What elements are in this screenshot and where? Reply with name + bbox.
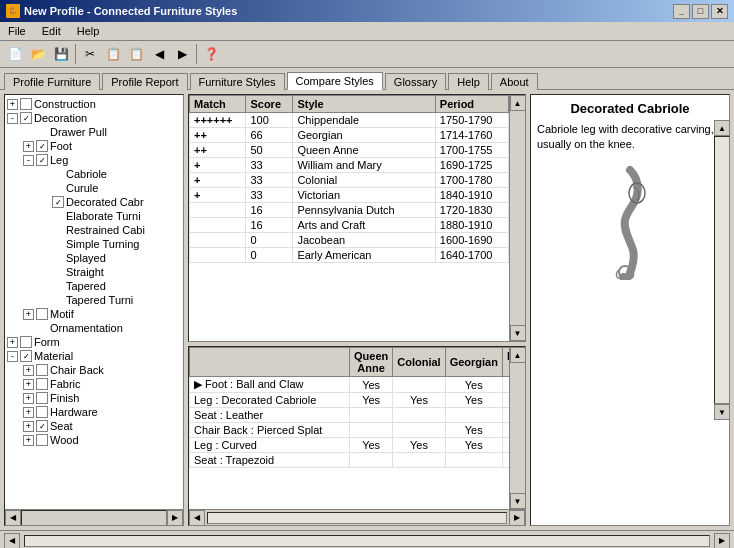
compare-scroll-up[interactable]: ▲ [510, 347, 526, 363]
tree-checkbox[interactable]: ✓ [36, 154, 48, 166]
tree-checkbox[interactable] [36, 364, 48, 376]
tree-item[interactable]: Restrained Cabi [7, 223, 181, 237]
tree-item[interactable]: +✓Foot [7, 139, 181, 153]
table-row[interactable]: 0 Early American 1640-1700 [190, 248, 509, 263]
tree-item[interactable]: Splayed [7, 251, 181, 265]
help-button[interactable]: ❓ [200, 43, 222, 65]
tree-item[interactable]: +Construction [7, 97, 181, 111]
status-scroll-right[interactable]: ▶ [714, 533, 730, 549]
tree-checkbox[interactable]: ✓ [36, 140, 48, 152]
tree-item[interactable]: Cabriole [7, 167, 181, 181]
scroll-right-arrow[interactable]: ▶ [167, 510, 183, 526]
table-row[interactable]: + 33 William and Mary 1690-1725 [190, 158, 509, 173]
tree-checkbox[interactable]: ✓ [36, 420, 48, 432]
expand-button[interactable]: + [23, 435, 34, 446]
expand-button[interactable]: + [23, 309, 34, 320]
minimize-button[interactable]: _ [673, 4, 690, 19]
expand-button[interactable]: + [7, 337, 18, 348]
tree-area[interactable]: +Construction-✓DecorationDrawer Pull+✓Fo… [5, 95, 183, 509]
tree-item[interactable]: +✓Seat [7, 419, 181, 433]
forward-button[interactable]: ▶ [171, 43, 193, 65]
tab-profile-furniture[interactable]: Profile Furniture [4, 73, 100, 90]
tree-checkbox[interactable] [36, 406, 48, 418]
table-row[interactable]: 16 Pennsylvania Dutch 1720-1830 [190, 203, 509, 218]
compare-hscroll-right[interactable]: ▶ [509, 510, 525, 526]
tab-help[interactable]: Help [448, 73, 489, 90]
menu-edit[interactable]: Edit [38, 24, 65, 38]
detail-scroll-down[interactable]: ▼ [714, 404, 730, 420]
tree-item[interactable]: Straight [7, 265, 181, 279]
scroll-track-h[interactable] [21, 510, 167, 526]
tree-item[interactable]: -✓Material [7, 349, 181, 363]
tree-item[interactable]: +Chair Back [7, 363, 181, 377]
menu-file[interactable]: File [4, 24, 30, 38]
detail-scroll-up[interactable]: ▲ [714, 120, 730, 136]
expand-button[interactable]: + [23, 407, 34, 418]
table-row[interactable]: + 33 Colonial 1700-1780 [190, 173, 509, 188]
tree-item[interactable]: Drawer Pull [7, 125, 181, 139]
results-scroll-down[interactable]: ▼ [510, 325, 526, 341]
tree-item[interactable]: Elaborate Turni [7, 209, 181, 223]
table-row[interactable]: 16 Arts and Craft 1880-1910 [190, 218, 509, 233]
compare-row[interactable]: Leg : Curved Yes Yes Yes Yes Yes [190, 438, 510, 453]
expand-button[interactable]: - [7, 351, 18, 362]
compare-row[interactable]: Chair Back : Pierced Splat Yes Yes [190, 423, 510, 438]
tree-checkbox[interactable] [36, 308, 48, 320]
cut-button[interactable]: ✂ [79, 43, 101, 65]
expand-button[interactable]: - [23, 155, 34, 166]
tab-compare-styles[interactable]: Compare Styles [287, 72, 383, 90]
tab-glossary[interactable]: Glossary [385, 73, 446, 90]
scroll-left-arrow[interactable]: ◀ [5, 510, 21, 526]
tree-checkbox[interactable]: ✓ [20, 350, 32, 362]
new-button[interactable]: 📄 [4, 43, 26, 65]
tree-item[interactable]: -✓Leg [7, 153, 181, 167]
compare-scroll-area[interactable]: QueenAnne Colonial Georgian Pennsylvania… [189, 347, 509, 509]
tree-item[interactable]: +Wood [7, 433, 181, 447]
compare-row[interactable]: Seat : Trapezoid Yes [190, 453, 510, 468]
tree-item[interactable]: +Fabric [7, 377, 181, 391]
tree-item[interactable]: Ornamentation [7, 321, 181, 335]
table-row[interactable]: ++ 50 Queen Anne 1700-1755 [190, 143, 509, 158]
expand-button[interactable]: + [23, 393, 34, 404]
tree-item[interactable]: +Finish [7, 391, 181, 405]
tree-checkbox[interactable] [36, 392, 48, 404]
open-button[interactable]: 📂 [27, 43, 49, 65]
expand-button[interactable]: + [7, 99, 18, 110]
tree-checkbox[interactable] [20, 98, 32, 110]
tree-checkbox[interactable] [36, 434, 48, 446]
table-row[interactable]: ++ 66 Georgian 1714-1760 [190, 128, 509, 143]
tab-furniture-styles[interactable]: Furniture Styles [190, 73, 285, 90]
table-row[interactable]: ++++++ 100 Chippendale 1750-1790 [190, 113, 509, 128]
compare-row[interactable]: ▶ Foot : Ball and Claw Yes Yes Yes [190, 377, 510, 393]
tree-checkbox[interactable]: ✓ [20, 112, 32, 124]
copy-button[interactable]: 📋 [102, 43, 124, 65]
compare-row[interactable]: Leg : Decorated Cabriole Yes Yes Yes [190, 393, 510, 408]
results-scroll-up[interactable]: ▲ [510, 95, 526, 111]
tree-item[interactable]: Tapered [7, 279, 181, 293]
table-row[interactable]: + 33 Victorian 1840-1910 [190, 188, 509, 203]
close-button[interactable]: ✕ [711, 4, 728, 19]
results-scroll-area[interactable]: Match Score Style Period ++++++ 100 Chip… [189, 95, 509, 341]
tab-about[interactable]: About [491, 73, 538, 90]
tree-item[interactable]: +Hardware [7, 405, 181, 419]
tree-checkbox[interactable] [20, 336, 32, 348]
tree-item[interactable]: Tapered Turni [7, 293, 181, 307]
back-button[interactable]: ◀ [148, 43, 170, 65]
tab-profile-report[interactable]: Profile Report [102, 73, 187, 90]
tree-checkbox[interactable]: ✓ [52, 196, 64, 208]
maximize-button[interactable]: □ [692, 4, 709, 19]
paste-button[interactable]: 📋 [125, 43, 147, 65]
save-button[interactable]: 💾 [50, 43, 72, 65]
tree-item[interactable]: Simple Turning [7, 237, 181, 251]
tree-checkbox[interactable] [36, 378, 48, 390]
compare-scroll-down[interactable]: ▼ [510, 493, 526, 509]
status-scroll-left[interactable]: ◀ [4, 533, 20, 549]
compare-hscroll-left[interactable]: ◀ [189, 510, 205, 526]
tree-item[interactable]: Curule [7, 181, 181, 195]
tree-item[interactable]: +Form [7, 335, 181, 349]
table-row[interactable]: 0 Jacobean 1600-1690 [190, 233, 509, 248]
expand-button[interactable]: + [23, 141, 34, 152]
tree-scrollbar-h[interactable]: ◀ ▶ [5, 509, 183, 525]
tree-item[interactable]: -✓Decoration [7, 111, 181, 125]
menu-help[interactable]: Help [73, 24, 104, 38]
